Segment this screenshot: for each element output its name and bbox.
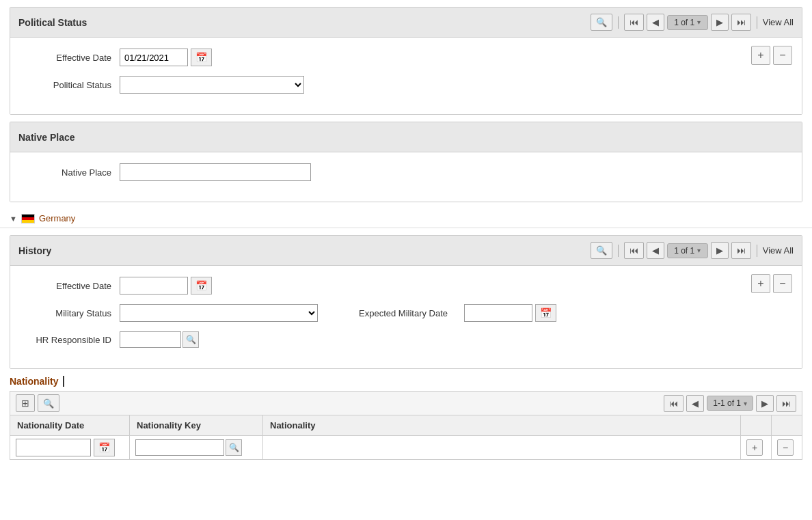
- nationality-remove-row-button[interactable]: −: [777, 439, 794, 456]
- political-status-page-text: 1 of 1: [674, 18, 694, 27]
- native-place-input[interactable]: [120, 163, 311, 181]
- nationality-column-header: Nationality: [263, 415, 741, 436]
- nationality-prev-page-button[interactable]: ◀: [686, 395, 704, 412]
- nationality-toolbar-left: ⊞ 🔍: [16, 394, 59, 412]
- nationality-last-page-button[interactable]: ⏭: [776, 395, 796, 412]
- nationality-key-input[interactable]: [135, 439, 224, 456]
- political-status-pagination: 1 of 1 ▾: [667, 15, 708, 30]
- history-expected-military-date-input-group: 📅: [464, 304, 556, 322]
- nationality-action-col-2: [772, 415, 802, 436]
- nationality-title-row: Nationality: [10, 376, 802, 387]
- history-divider: [618, 245, 619, 257]
- nationality-date-column-header: Nationality Date: [10, 415, 130, 436]
- political-status-page-dropdown-arrow[interactable]: ▾: [697, 18, 701, 26]
- effective-date-row: Effective Date 📅: [24, 49, 788, 66]
- political-status-search-button[interactable]: 🔍: [591, 14, 612, 31]
- history-divider2: [757, 245, 757, 257]
- history-next-page-button[interactable]: ▶: [711, 242, 729, 259]
- history-prev-page-button[interactable]: ◀: [647, 242, 664, 259]
- history-body: + − Effective Date 📅 Military Status Exp…: [10, 266, 802, 368]
- history-effective-date-row: Effective Date 📅: [24, 277, 788, 295]
- history-page-dropdown-arrow[interactable]: ▾: [697, 247, 701, 254]
- history-add-button[interactable]: +: [751, 274, 770, 293]
- political-status-remove-button[interactable]: −: [773, 46, 792, 65]
- political-status-prev-page-button[interactable]: ◀: [647, 14, 664, 31]
- political-status-header: Political Status 🔍 ⏮ ◀ 1 of 1 ▾ ▶ ⏭ View…: [10, 8, 802, 38]
- history-hr-responsible-input-group: 🔍: [120, 331, 199, 348]
- nationality-page-text: 1-1 of 1: [713, 398, 741, 408]
- political-status-view-all-link[interactable]: View All: [763, 17, 794, 27]
- history-view-all-link[interactable]: View All: [763, 245, 794, 256]
- nationality-key-cell: 🔍: [130, 436, 263, 460]
- political-status-controls: 🔍 ⏮ ◀ 1 of 1 ▾ ▶ ⏭ View All: [591, 14, 794, 31]
- effective-date-input[interactable]: [120, 49, 188, 66]
- political-status-select[interactable]: [120, 76, 304, 94]
- political-status-row: Political Status: [24, 76, 788, 94]
- history-controls: 🔍 ⏮ ◀ 1 of 1 ▾ ▶ ⏭ View All: [591, 242, 794, 259]
- native-place-section: Native Place Native Place: [10, 122, 802, 202]
- history-military-status-row: Military Status Expected Military Date 📅: [24, 304, 788, 322]
- nationality-key-column-header: Nationality Key: [130, 415, 263, 436]
- history-effective-date-input[interactable]: [120, 277, 188, 295]
- nationality-pagination: 1-1 of 1 ▾: [707, 396, 753, 411]
- nationality-date-cell: 📅: [10, 436, 130, 460]
- nationality-value-cell: [263, 436, 741, 460]
- flag-gold: [22, 220, 34, 223]
- nationality-section: Nationality ⊞ 🔍 ⏮ ◀ 1-1 of 1 ▾ ▶ ⏭ Natio…: [10, 376, 802, 460]
- political-status-next-page-button[interactable]: ▶: [711, 14, 729, 31]
- nationality-search-button[interactable]: 🔍: [38, 394, 59, 412]
- history-last-page-button[interactable]: ⏭: [731, 242, 751, 259]
- nationality-grid-button[interactable]: ⊞: [16, 394, 35, 412]
- nationality-add-cell: +: [741, 436, 772, 460]
- germany-row: ▼ Germany: [0, 209, 812, 228]
- history-remove-button[interactable]: −: [773, 274, 792, 293]
- effective-date-label: Effective Date: [24, 53, 120, 63]
- history-page-text: 1 of 1: [674, 246, 694, 256]
- history-military-date-group: Expected Military Date 📅: [359, 304, 556, 322]
- germany-collapse-arrow[interactable]: ▼: [10, 215, 17, 223]
- history-pagination: 1 of 1 ▾: [667, 243, 708, 258]
- nationality-table-row: 📅 🔍 + −: [10, 436, 802, 460]
- political-status-add-button[interactable]: +: [751, 46, 770, 65]
- effective-date-calendar-button[interactable]: 📅: [191, 49, 212, 66]
- history-hr-responsible-search-button[interactable]: 🔍: [182, 331, 199, 348]
- nationality-table: Nationality Date Nationality Key Nationa…: [10, 415, 802, 460]
- political-status-body: + − Effective Date 📅 Political Status: [10, 38, 802, 114]
- divider: [618, 16, 619, 29]
- native-place-body: Native Place: [10, 152, 802, 202]
- history-action-buttons: + −: [751, 274, 792, 293]
- history-section: History 🔍 ⏮ ◀ 1 of 1 ▾ ▶ ⏭ View All + − …: [10, 235, 802, 369]
- nationality-page-dropdown-arrow[interactable]: ▾: [744, 400, 747, 407]
- history-hr-responsible-input[interactable]: [120, 331, 181, 348]
- nationality-key-input-group: 🔍: [135, 439, 257, 456]
- history-hr-responsible-label: HR Responsible ID: [24, 335, 120, 345]
- political-status-last-page-button[interactable]: ⏭: [731, 14, 751, 31]
- history-effective-date-label: Effective Date: [24, 281, 120, 291]
- history-first-page-button[interactable]: ⏮: [624, 242, 644, 259]
- history-expected-military-date-calendar-button[interactable]: 📅: [535, 304, 556, 322]
- divider2: [757, 16, 757, 29]
- history-expected-military-date-label: Expected Military Date: [359, 308, 456, 318]
- nationality-toolbar-right: ⏮ ◀ 1-1 of 1 ▾ ▶ ⏭: [664, 395, 796, 412]
- nationality-date-calendar-button[interactable]: 📅: [94, 439, 115, 456]
- political-status-first-page-button[interactable]: ⏮: [624, 14, 644, 31]
- nationality-key-search-button[interactable]: 🔍: [226, 439, 242, 456]
- nationality-toolbar: ⊞ 🔍 ⏮ ◀ 1-1 of 1 ▾ ▶ ⏭: [10, 391, 802, 415]
- nationality-title-cursor: [63, 376, 64, 387]
- history-effective-date-input-group: 📅: [120, 277, 212, 295]
- nationality-remove-cell: −: [772, 436, 802, 460]
- political-status-title: Political Status: [18, 17, 87, 28]
- native-place-title: Native Place: [18, 132, 75, 143]
- nationality-add-row-button[interactable]: +: [746, 439, 763, 456]
- history-search-button[interactable]: 🔍: [591, 242, 612, 259]
- history-expected-military-date-input[interactable]: [464, 304, 532, 322]
- germany-link[interactable]: Germany: [39, 213, 75, 223]
- nationality-date-input[interactable]: [16, 439, 91, 456]
- history-military-status-select[interactable]: [120, 304, 318, 322]
- nationality-table-header-row: Nationality Date Nationality Key Nationa…: [10, 415, 802, 436]
- nationality-first-page-button[interactable]: ⏮: [664, 395, 684, 412]
- effective-date-input-group: 📅: [120, 49, 212, 66]
- nationality-next-page-button[interactable]: ▶: [756, 395, 774, 412]
- history-effective-date-calendar-button[interactable]: 📅: [191, 277, 212, 295]
- native-place-label: Native Place: [24, 167, 120, 178]
